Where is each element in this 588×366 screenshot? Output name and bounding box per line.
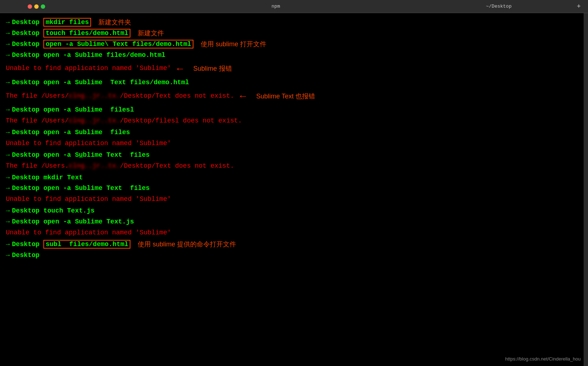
cmd-3: open -a Sublime\ Text files/demo.html — [39, 39, 193, 50]
terminal-error-6: Unable to find application named 'Sublim… — [6, 194, 582, 205]
cmd-6: open -a Sublime filesl — [39, 105, 134, 115]
cmd-1: mkdir files — [39, 17, 91, 28]
prompt-8: Desktop — [12, 150, 40, 160]
tab-npm-label: npm — [271, 4, 280, 9]
prompt-4: Desktop — [12, 50, 40, 61]
annotation-error-2: Sublime Text 也报错 — [256, 92, 315, 102]
terminal-error-2: The file /Users/clng..jr..tx./Desktop/Te… — [6, 89, 582, 104]
annotation-3: 使用 sublime 打开文件 — [201, 39, 266, 50]
cmd-13: subl files/demo.html — [39, 240, 130, 250]
terminal-line-8: → Desktop open -a Sublime Text files — [6, 150, 582, 160]
cmd-5: open -a Sublime Text files/demo.html — [39, 78, 189, 88]
titlebar: npm ~/Desktop + — [0, 0, 588, 13]
titlebar-left — [0, 4, 73, 9]
prompt-10: Desktop — [12, 183, 40, 194]
error-arrow-1: ← Sublime 报错 — [177, 61, 232, 77]
window-controls — [28, 4, 45, 9]
terminal-error-7: Unable to find application named 'Sublim… — [6, 228, 582, 239]
arrow-icon-14: → — [6, 250, 10, 261]
maximize-button[interactable] — [41, 4, 45, 9]
titlebar-tabs: npm — [73, 0, 479, 13]
arrow-icon-4: → — [6, 50, 10, 61]
error-text-1: Unable to find application named 'Sublim… — [6, 63, 171, 74]
cmd-4: open -a Sublime files/demo.html — [39, 50, 165, 61]
terminal-error-5: The file /Users.clng..jr..tx./Desktop/Te… — [6, 161, 582, 172]
error-text-4: Unable to find application named 'Sublim… — [6, 139, 171, 149]
cmd-2: touch files/demo.html — [39, 28, 130, 39]
terminal-line-14: → Desktop — [6, 250, 582, 261]
annotation-13: 使用 sublime 提供的命令打开文件 — [138, 240, 236, 250]
terminal-line-10: → Desktop open -a Sublime Text files — [6, 183, 582, 194]
arrow-icon-6: → — [6, 105, 10, 115]
prompt-9: Desktop — [12, 173, 40, 183]
close-button[interactable] — [28, 4, 32, 9]
cmd-11: touch Text.js — [39, 206, 94, 216]
arrow-icon-8: → — [6, 150, 10, 160]
arrow-icon-5: → — [6, 78, 10, 88]
red-arrow-icon-1: ← — [177, 61, 183, 77]
error-text-2: The file /Users/clng..jr..tx./Desktop/Te… — [6, 91, 234, 101]
cmd-9: mkdir Text — [39, 173, 83, 183]
arrow-icon-7: → — [6, 128, 10, 138]
prompt-2: Desktop — [12, 28, 40, 39]
error-text-5: The file /Users.clng..jr..tx./Desktop/Te… — [6, 161, 234, 171]
watermark: https://blog.csdn.net/Cinderella_hou — [505, 356, 581, 362]
red-arrow-icon-2: ← — [240, 89, 246, 104]
error-text-3: The file /Users/clng..jr..tx./Desktop/fi… — [6, 116, 242, 126]
arrow-icon-12: → — [6, 217, 10, 227]
cmd-8: open -a Sublime Text files — [39, 150, 149, 160]
prompt-14: Desktop — [12, 250, 40, 261]
arrow-icon-11: → — [6, 206, 10, 216]
error-text-6: Unable to find application named 'Sublim… — [6, 194, 171, 205]
prompt-3: Desktop — [12, 39, 40, 50]
arrow-icon-9: → — [6, 173, 10, 183]
terminal-line-7: → Desktop open -a Sublime files — [6, 128, 582, 138]
prompt-13: Desktop — [12, 240, 40, 250]
terminal-line-1: → Desktop mkdir files 新建文件夹 — [6, 17, 582, 28]
error-text-7: Unable to find application named 'Sublim… — [6, 228, 171, 238]
blurred-path-3: clng..jr..tx. — [69, 162, 120, 170]
scrollbar[interactable] — [584, 13, 588, 366]
terminal-error-4: Unable to find application named 'Sublim… — [6, 139, 582, 149]
annotation-1: 新建文件夹 — [98, 17, 131, 28]
new-tab-button[interactable]: + — [577, 3, 581, 10]
arrow-icon-1: → — [6, 17, 10, 28]
terminal-body: → Desktop mkdir files 新建文件夹 → Desktop to… — [0, 13, 588, 366]
prompt-5: Desktop — [12, 78, 40, 88]
terminal-error-1: Unable to find application named 'Sublim… — [6, 61, 582, 77]
terminal-line-5: → Desktop open -a Sublime Text files/dem… — [6, 78, 582, 88]
cmd-10: open -a Sublime Text files — [39, 183, 149, 194]
terminal-line-4: → Desktop open -a Sublime files/demo.htm… — [6, 50, 582, 61]
error-arrow-2: ← Sublime Text 也报错 — [240, 89, 315, 104]
prompt-11: Desktop — [12, 206, 40, 216]
annotation-error-1: Sublime 报错 — [193, 64, 232, 74]
prompt-1: Desktop — [12, 17, 40, 28]
arrow-icon-3: → — [6, 39, 10, 50]
prompt-6: Desktop — [12, 105, 40, 115]
terminal-line-13: → Desktop subl files/demo.html 使用 sublim… — [6, 240, 582, 250]
terminal-line-9: → Desktop mkdir Text — [6, 173, 582, 183]
cmd-12: open -a Sublime Text.js — [39, 217, 134, 227]
arrow-icon-13: → — [6, 240, 10, 250]
blurred-path-1: clng..jr..tx. — [69, 92, 120, 100]
titlebar-right: ~/Desktop + — [479, 3, 588, 10]
path-label: ~/Desktop — [486, 4, 511, 9]
terminal-error-3: The file /Users/clng..jr..tx./Desktop/fi… — [6, 116, 582, 127]
terminal-line-11: → Desktop touch Text.js — [6, 206, 582, 216]
tab-npm[interactable]: npm — [257, 0, 294, 13]
arrow-icon-2: → — [6, 28, 10, 39]
prompt-12: Desktop — [12, 217, 40, 227]
blurred-path-2: clng..jr..tx. — [69, 117, 120, 124]
terminal-line-2: → Desktop touch files/demo.html 新建文件 — [6, 28, 582, 39]
minimize-button[interactable] — [34, 4, 39, 9]
annotation-2: 新建文件 — [138, 28, 164, 39]
arrow-icon-10: → — [6, 183, 10, 194]
cmd-7: open -a Sublime files — [39, 128, 130, 138]
prompt-7: Desktop — [12, 128, 40, 138]
terminal-line-3: → Desktop open -a Sublime\ Text files/de… — [6, 39, 582, 50]
terminal-line-6: → Desktop open -a Sublime filesl — [6, 105, 582, 115]
terminal-line-12: → Desktop open -a Sublime Text.js — [6, 217, 582, 227]
